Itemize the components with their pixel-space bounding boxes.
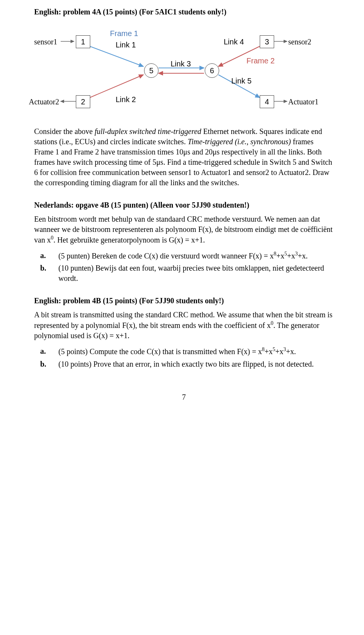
- label-b-2: b.: [34, 359, 58, 369]
- node-3: 3: [260, 35, 274, 48]
- label-frame1: Frame 1: [110, 29, 138, 38]
- svg-line-5: [90, 75, 143, 98]
- node-1: 1: [76, 35, 90, 48]
- node-2: 2: [76, 95, 90, 108]
- label-link1: Link 1: [116, 41, 136, 49]
- problem-4b-nl-intro: Een bitstroom wordt met behulp van de st…: [34, 214, 334, 245]
- nl-item-b: b. (10 punten) Bewijs dat een fout, waar…: [34, 263, 334, 284]
- en-item-a: a. (5 points) Compute the code C(x) that…: [34, 346, 334, 357]
- label-actuator1: Actuator1: [288, 98, 318, 106]
- node-6: 6: [205, 63, 219, 78]
- label-b: b.: [34, 263, 58, 284]
- problem-4b-en-intro: A bit stream is transmitted using the st…: [34, 310, 334, 341]
- nl-b-text: (10 punten) Bewijs dat een fout, waarbij…: [58, 263, 334, 284]
- node-5: 5: [144, 63, 158, 78]
- network-diagram: sensor1 1 Frame 1 Link 1 3 Link 4 sensor…: [34, 25, 330, 120]
- nl-item-a: a. (5 punten) Bereken de code C(x) die v…: [34, 251, 334, 261]
- page-number: 7: [34, 392, 334, 402]
- en-b-text: (10 points) Prove that an error, in whic…: [58, 359, 334, 369]
- problem-4b-en-title: English: problem 4B (15 points) (For 5JJ…: [34, 296, 334, 306]
- en-a-text: (5 points) Compute the code C(x) that is…: [58, 346, 334, 357]
- nl-a-text: (5 punten) Bereken de code C(x) die vers…: [58, 251, 334, 261]
- problem-4a-en-body: Consider the above full-duplex switched …: [34, 126, 334, 188]
- label-link2: Link 2: [116, 95, 136, 104]
- label-actuator2: Actuator2: [29, 98, 59, 106]
- problem-4a-en-title: English: problem 4A (15 points) (For 5AI…: [34, 7, 334, 17]
- label-link4: Link 4: [224, 38, 244, 46]
- label-link3: Link 3: [171, 60, 191, 68]
- node-4: 4: [260, 95, 274, 108]
- label-a-2: a.: [34, 346, 58, 357]
- label-a: a.: [34, 251, 58, 261]
- problem-4b-nl-title: Nederlands: opgave 4B (15 punten) (Allee…: [34, 200, 334, 210]
- label-link5: Link 5: [231, 77, 251, 85]
- label-sensor1: sensor1: [34, 38, 57, 46]
- en-item-b: b. (10 points) Prove that an error, in w…: [34, 359, 334, 369]
- label-sensor2: sensor2: [288, 38, 311, 46]
- label-frame2: Frame 2: [246, 57, 275, 65]
